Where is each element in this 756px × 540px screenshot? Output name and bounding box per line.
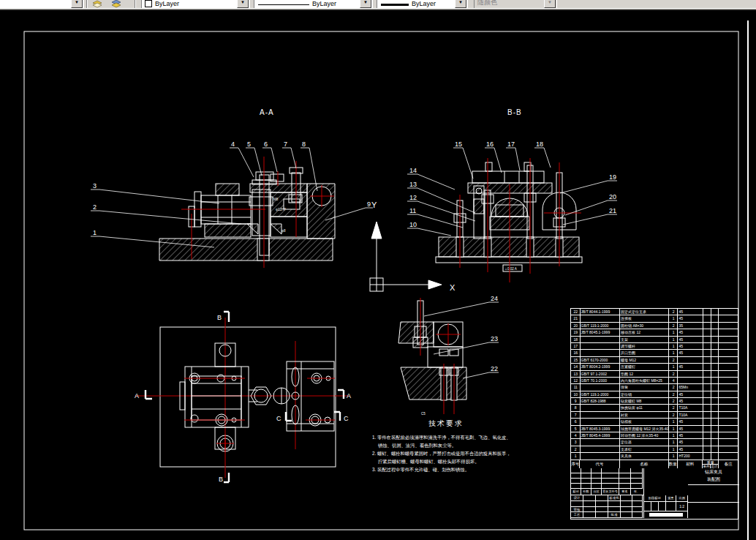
dimension-text: φ8	[281, 229, 286, 233]
section-view-a-a: A-A M8 φ12H7	[159, 108, 335, 268]
bom-header-note: 备注	[719, 460, 738, 469]
layer-previous-icon[interactable]	[110, 0, 123, 8]
bom-table: 22 JB/T 8044.1-1999 固定式定位支承 2 45 21 连接板 …	[570, 308, 738, 470]
dimension-text: M8	[273, 198, 279, 201]
bom-row: 6 钻模板 1 45	[571, 419, 738, 425]
bom-row: 11 弹簧 2 65Mn	[571, 384, 738, 391]
lineweight-control-combo[interactable]: ByLayer ▼	[377, 0, 468, 8]
linetype-control-value: ByLayer	[309, 0, 338, 8]
title-block: 标记 处数 分区 更改文件号 签名 年、月、日 设计标准化 审核 工艺批准 阶段…	[570, 468, 738, 520]
make-layer-current-icon[interactable]	[91, 0, 104, 8]
technical-requirements: 技术要求 1. 零件在装配前必须清理和清洗干净，不得有毛刺、飞边、氧化皮、 锈蚀…	[372, 419, 520, 473]
tech-req-line: 2. 螺钉、螺栓和螺母紧固时，严禁打击或使用不合适的旋具和扳手，	[372, 449, 520, 457]
color-swatch-icon	[145, 0, 152, 7]
lineweight-control-value: ByLayer	[409, 0, 437, 8]
canvas-right-edge	[747, 20, 749, 540]
bom-header-code: 代号	[580, 460, 619, 469]
balloon-number: 9	[367, 200, 371, 208]
bom-row: 17 调节螺杆 1 45	[571, 343, 738, 350]
revision-grid	[571, 468, 644, 489]
bom-row: 12 GB/T 70.1-2000 内六角圆柱头螺钉 M8×25 4	[571, 378, 738, 384]
bom-row: 7 衬套 2 T10A	[571, 412, 738, 419]
properties-toolbar: ▼ ByLayer ▼ ByLayer ▼ ByLayer ▼ 随颜色 ▼	[0, 0, 756, 8]
bom-row: 8 快换钻套 φ11 2 T10A	[571, 405, 738, 411]
balloon-number: 8	[302, 140, 306, 148]
cad-app-window: { "toolbar": { "color_combo": { "value":…	[0, 0, 756, 540]
balloon-number: 6	[264, 140, 268, 148]
balloon-number: 1	[93, 229, 97, 236]
bom-header-qty: 数量	[669, 460, 678, 469]
section-mark-letter: A	[347, 392, 351, 400]
section-mark-letter: B	[217, 314, 222, 321]
approve-label: 批准	[608, 512, 621, 518]
balloon-number: 5	[247, 140, 251, 148]
bom-row: 9 GB/T 828-1988 钻套螺钉 M8 2 45	[571, 398, 738, 405]
bom-row: 16 开口垫圈 1 45	[571, 350, 738, 356]
ucs-x-label: X	[450, 283, 456, 292]
bom-header-name: 名称	[620, 460, 669, 469]
bom-header-row: 序号 代号 名称 数量 材料 重量 单件总计 备注	[571, 460, 738, 469]
bom-row: 22 JB/T 8044.1-1999 固定式定位支承 2 45	[571, 309, 738, 315]
bom-row: 13 GB/T 97.1-2002 垫圈 12 2	[571, 371, 738, 378]
lineweight-sample-icon	[381, 4, 409, 6]
plotstyle-control-combo: 随颜色 ▼	[474, 0, 557, 8]
signature-grid: 设计标准化 审核 工艺批准	[571, 495, 644, 518]
section-mark-letter: B	[219, 476, 223, 483]
tech-req-line: 1. 零件在装配前必须清理和清洗干净，不得有毛刺、飞边、氧化皮、	[372, 433, 520, 441]
dimension-text: C5	[421, 412, 426, 416]
section-view-b-b: B-B ⊥0.02 A	[436, 108, 582, 282]
drawing-code-cell	[688, 485, 739, 503]
revision-header-row: 标记 处数 分区 更改文件号 签名 年、月、日	[571, 489, 644, 495]
standard-label: 标准化	[608, 495, 621, 501]
bom-row: 18 支架 1 45	[571, 337, 738, 343]
balloon-number: 22	[491, 365, 498, 372]
balloon-number: 2	[93, 203, 97, 211]
balloon-number: 4	[231, 140, 235, 148]
balloon-number: 15	[455, 140, 462, 148]
chevron-down-icon[interactable]: ▼	[455, 0, 466, 8]
bom-header-mat: 材料	[678, 460, 703, 469]
scale-value: 1:2	[676, 502, 687, 511]
tech-req-line: 拧紧后螺钉槽、螺母和螺钉、螺栓头部不得损坏。	[372, 457, 520, 465]
balloon-number: 11	[409, 207, 416, 214]
chevron-down-icon[interactable]: ▼	[237, 0, 249, 8]
dimension-text: φ12H7	[276, 208, 286, 211]
toolbar-separator	[135, 0, 136, 8]
bom-header-no: 序号	[571, 460, 580, 469]
chevron-down-icon[interactable]: ▼	[360, 0, 371, 8]
design-label: 设计	[571, 495, 583, 501]
layer-combo[interactable]: ▼	[0, 0, 84, 8]
bom-row: 14 JB/T 8004.2-1999 压紧螺钉 1 45	[571, 364, 738, 370]
chevron-down-icon[interactable]: ▼	[71, 0, 83, 8]
bom-row: 5 JB/T 8045.3-1999 球面带肩螺母 M12 淬火35-40 1 …	[571, 426, 738, 432]
bom-row: 2 支承钉 1 45	[571, 446, 738, 453]
toolbar-separator	[86, 0, 88, 8]
section-label: B-B	[507, 108, 522, 116]
bom-row: 3 定位器 1 45	[571, 439, 738, 446]
section-mark-letter: C	[344, 415, 349, 422]
tech-req-line: 锈蚀、切屑、油污、着色剂和灰尘等。	[372, 441, 520, 449]
tech-req-line: 3. 装配过程中零件不允许磕、碰、划伤和锈蚀。	[372, 465, 520, 473]
stage-mark-block: 阶段标记 重量 比例 1:2	[644, 495, 688, 518]
bom-row: 20 GB/T 119.1-2000 圆柱销 A8×30 2 35	[571, 323, 738, 329]
bom-row: 1 夹具体 1 HT200	[571, 453, 738, 460]
balloon-number: 3	[93, 182, 97, 190]
balloon-number: 20	[609, 193, 616, 200]
balloon-number: 7	[284, 140, 287, 148]
chevron-down-icon: ▼	[544, 0, 556, 8]
process-label: 工艺	[571, 512, 583, 518]
section-label: A-A	[260, 108, 274, 116]
drawing-name-cell: 钻床夹具 装配图	[688, 468, 739, 485]
linetype-control-combo[interactable]: ByLayer ▼	[254, 0, 373, 8]
balloon-number: 14	[409, 167, 417, 174]
tech-req-title: 技术要求	[372, 419, 520, 429]
plotstyle-control-value: 随颜色	[475, 0, 499, 8]
color-control-value: ByLayer	[152, 0, 181, 8]
bom-header-weight: 重量 单件总计	[703, 460, 719, 469]
color-control-combo[interactable]: ByLayer ▼	[141, 0, 250, 8]
balloon-number: 18	[536, 140, 543, 148]
balloon-number: 16	[486, 140, 494, 148]
bom-row: 4 JB/T 8045.4-1999 转动垫圈 12 淬火35-40 1 45	[571, 432, 738, 439]
section-mark-letter: A	[135, 392, 139, 400]
drawing-number-bar	[649, 513, 683, 517]
